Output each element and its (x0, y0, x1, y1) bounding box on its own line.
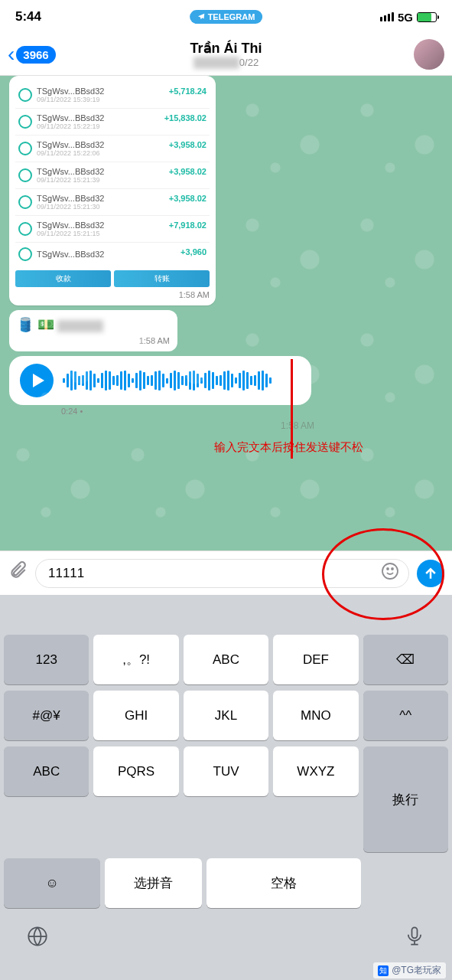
tx-icon (18, 222, 32, 236)
receive-button[interactable]: 收款 (15, 270, 111, 287)
attachment-button[interactable] (8, 560, 28, 586)
status-right: 5G (380, 11, 437, 24)
status-time: 5:44 (15, 9, 41, 24)
key[interactable]: 123 (4, 635, 89, 684)
chat-header: ‹ 3966 Trần Ái Thi 0/22 (0, 34, 452, 76)
key[interactable]: #@¥ (4, 691, 89, 740)
key[interactable]: ABC (4, 746, 89, 796)
transaction-bubble[interactable]: TSgWsv...BBsd3209/11/2022 15:39:19+5,718… (9, 76, 216, 305)
telegram-icon (197, 13, 205, 21)
key[interactable]: TUV (184, 746, 268, 796)
key[interactable]: ,。?! (93, 635, 178, 684)
paperclip-icon (8, 560, 28, 580)
transfer-button[interactable]: 转账 (114, 270, 210, 287)
send-button[interactable] (417, 560, 444, 587)
keyboard-row-3: ABCPQRSTUVWXYZ换行 (4, 746, 448, 852)
tx-icon (18, 142, 32, 155)
transaction-row[interactable]: TSgWsv...BBsd32+3,960 (15, 243, 210, 266)
svg-point-0 (382, 564, 398, 579)
key[interactable]: 空格 (206, 858, 361, 908)
keyboard-divider (0, 595, 452, 631)
mic-button[interactable] (404, 926, 425, 952)
key[interactable]: PQRS (93, 746, 178, 796)
message-time: 1:58 AM (15, 290, 210, 299)
transaction-list: TSgWsv...BBsd3209/11/2022 15:39:19+5,718… (15, 82, 210, 266)
key[interactable]: MNO (273, 691, 358, 740)
input-row: 11111 (0, 550, 452, 595)
chat-title-area[interactable]: Trần Ái Thi 0/22 (190, 40, 262, 70)
key[interactable]: ⌫ (363, 635, 448, 684)
mic-icon (404, 926, 425, 947)
transaction-row[interactable]: TSgWsv...BBsd3209/11/2022 15:21:15+7,918… (15, 216, 210, 243)
key[interactable]: JKL (184, 691, 268, 740)
key[interactable]: 换行 (363, 746, 448, 852)
app-pill[interactable]: TELEGRAM (190, 10, 263, 24)
svg-point-2 (392, 568, 393, 570)
key[interactable]: ☺ (4, 858, 100, 908)
message-input[interactable]: 11111 (35, 559, 409, 588)
avatar[interactable] (414, 39, 444, 70)
chat-subtitle: 0/22 (190, 57, 262, 70)
smiley-icon (381, 562, 399, 580)
arrow-up-icon (423, 566, 438, 581)
annotation-text: 输入完文本后按住发送键不松 (214, 440, 363, 455)
key[interactable]: WXYZ (273, 746, 358, 796)
key[interactable]: DEF (273, 635, 358, 684)
svg-rect-4 (412, 927, 418, 938)
keyboard: 123,。?!ABCDEF⌫ #@¥GHIJKLMNO^^ ABCPQRSTUV… (0, 631, 452, 914)
status-bar: 5:44 TELEGRAM 5G (0, 0, 452, 34)
key[interactable]: 选拼音 (105, 858, 201, 908)
transaction-row[interactable]: TSgWsv...BBsd3209/11/2022 15:39:19+5,718… (15, 82, 210, 109)
battery-icon (417, 12, 437, 22)
chat-title: Trần Ái Thi (190, 40, 262, 57)
key[interactable]: ABC (184, 635, 268, 684)
tx-icon (18, 88, 32, 102)
back-button[interactable]: ‹ 3966 (8, 42, 56, 67)
transaction-row[interactable]: TSgWsv...BBsd3209/11/2022 15:21:39+3,958… (15, 162, 210, 189)
transaction-row[interactable]: TSgWsv...BBsd3209/11/2022 15:22:19+15,83… (15, 109, 210, 136)
watermark: @TG老玩家 (373, 962, 446, 978)
chat-area[interactable]: TSgWsv...BBsd3209/11/2022 15:39:19+5,718… (0, 76, 452, 550)
transaction-row[interactable]: TSgWsv...BBsd3209/11/2022 15:21:30+3,958… (15, 189, 210, 216)
keyboard-row-1: 123,。?!ABCDEF⌫ (4, 635, 448, 684)
tx-icon (18, 195, 32, 209)
transaction-row[interactable]: TSgWsv...BBsd3209/11/2022 15:22:06+3,958… (15, 136, 210, 162)
chevron-left-icon: ‹ (8, 42, 15, 67)
globe-icon (27, 926, 48, 947)
signal-icon (380, 12, 394, 21)
svg-point-1 (387, 568, 389, 570)
tx-icon (18, 115, 32, 129)
key[interactable]: ^^ (363, 691, 448, 740)
unread-badge: 3966 (16, 46, 55, 64)
tx-icon (18, 168, 32, 182)
globe-button[interactable] (27, 926, 48, 952)
keyboard-row-2: #@¥GHIJKLMNO^^ (4, 691, 448, 740)
key[interactable]: GHI (93, 691, 178, 740)
tx-icon (18, 247, 32, 261)
keyboard-row-4: ☺选拼音空格 (4, 858, 448, 908)
emoji-button[interactable] (381, 562, 399, 585)
